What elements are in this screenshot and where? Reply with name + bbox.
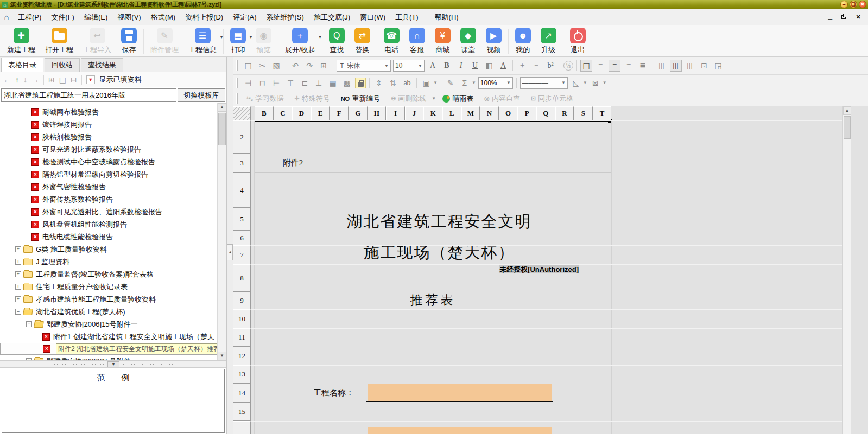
renumber-button[interactable]: NO重新编号 — [337, 94, 385, 104]
column-header-E[interactable]: E — [311, 106, 330, 120]
preview-button[interactable]: ◉预览 — [251, 27, 276, 55]
toolbar-grip[interactable] — [236, 60, 238, 71]
row-header-15[interactable]: 15 — [233, 403, 251, 421]
column-header-I[interactable]: I — [386, 106, 405, 120]
superscript-icon[interactable]: b² — [544, 60, 556, 72]
menu-item-施工交底(J)[interactable]: 施工交底(J) — [309, 13, 355, 21]
project-info-button[interactable]: ☰▾工程信息 — [183, 27, 221, 55]
row-header-12[interactable]: 12 — [233, 347, 251, 365]
row-spacing-icon[interactable]: ⇕ — [373, 77, 385, 89]
column-header-C[interactable]: C — [274, 106, 293, 120]
restore-button[interactable]: ❏ — [850, 1, 857, 8]
toolbar-grip[interactable] — [236, 78, 238, 88]
menu-item-系统维护(S)[interactable]: 系统维护(S) — [262, 13, 309, 21]
template-name-box[interactable]: 湖北省建筑工程施工统一用表2016年版 — [1, 88, 176, 102]
filter-funnel-icon[interactable]: ▼ — [86, 75, 95, 84]
row-header-4[interactable]: 4 — [233, 173, 251, 208]
nav-up-icon[interactable]: ↑ — [15, 75, 19, 84]
column-header-L[interactable]: L — [442, 106, 461, 120]
zoom-select[interactable]: 100%▼ — [478, 77, 513, 89]
sync-cells-button[interactable]: ⊡同步单元格 — [527, 94, 578, 104]
column-header-J[interactable]: J — [405, 106, 424, 120]
attachment-cell-right[interactable] — [331, 154, 611, 173]
font-color-icon[interactable]: A — [497, 60, 509, 72]
row-header-9[interactable]: 9 — [233, 292, 251, 309]
increase-font-icon[interactable]: ＋ — [516, 60, 528, 72]
mdi-close-button[interactable]: ✕ — [852, 12, 865, 23]
dropdown-caret-icon[interactable]: ▾ — [220, 35, 223, 40]
tree-item[interactable]: ×胶粘剂检验报告 — [0, 131, 226, 143]
tree-item[interactable]: ×检验测试中心中空玻璃露点检验报告 — [0, 156, 226, 168]
bold-icon[interactable]: B — [441, 60, 453, 72]
menu-item-格式(M)[interactable]: 格式(M) — [146, 13, 181, 21]
line-spacing-icon[interactable]: ⇅ — [387, 77, 399, 89]
shrink-text-icon[interactable]: ◲ — [712, 60, 724, 72]
collapse-icon[interactable]: − — [15, 309, 21, 315]
sum-icon[interactable]: Σ — [459, 77, 471, 89]
tree-folder[interactable]: −湖北省建筑优质工程(楚天杯) — [0, 305, 226, 318]
nav-down-icon[interactable]: ↓ — [23, 75, 27, 84]
close-button[interactable]: ✕ — [859, 1, 866, 8]
row-header-5[interactable]: 5 — [233, 208, 251, 231]
classroom-button[interactable]: ◆课堂 — [455, 27, 481, 55]
column-header-O[interactable]: O — [499, 106, 518, 120]
column-header-B[interactable]: B — [255, 106, 274, 120]
tree-folder[interactable]: +G类 施工质量验收资料 — [0, 243, 226, 256]
collapse-panel-icon[interactable]: ◂ — [227, 244, 233, 260]
align-right-icon[interactable]: ≡ — [623, 60, 635, 72]
lock-cells-icon[interactable] — [355, 78, 366, 88]
horizontal-splitter[interactable]: ▼ — [0, 360, 226, 368]
copy-icon[interactable]: ▤ — [242, 60, 254, 72]
tree-folder[interactable]: +住宅工程质量分户验收记录表 — [0, 280, 226, 293]
font-name-select[interactable]: Ｔ 宋体▼ — [337, 60, 391, 72]
menu-item-视图(V)[interactable]: 视图(V) — [112, 13, 145, 21]
column-header-H[interactable]: H — [368, 106, 387, 120]
formula-edit-icon[interactable]: ✎ — [445, 77, 457, 89]
row-header-7[interactable]: 7 — [233, 245, 251, 264]
align-justify-icon[interactable]: ▤ — [580, 60, 592, 72]
tree-item[interactable]: ×风机盘管机组性能检测报告 — [0, 218, 226, 231]
menu-item-评定(A)[interactable]: 评定(A) — [228, 13, 261, 21]
collapse-icon[interactable]: − — [26, 321, 32, 327]
switch-template-button[interactable]: 切换模板库 — [178, 88, 225, 102]
expand-collapse-button[interactable]: ＋▾展开/收起 — [280, 27, 320, 55]
replace-button[interactable]: ⇄替换 — [350, 27, 375, 55]
new-project-button[interactable]: ✚新建工程 — [2, 27, 40, 55]
paste-icon[interactable]: ▧ — [270, 60, 282, 72]
redo-icon[interactable]: ↷ — [303, 60, 315, 72]
chevron-down-icon[interactable]: ▼ — [432, 96, 436, 101]
add-table-icon[interactable]: ⊞ — [48, 75, 55, 84]
column-header-T[interactable]: T — [593, 106, 612, 120]
expand-icon[interactable]: + — [15, 246, 21, 252]
table-grid-icon[interactable]: ⊟ — [71, 75, 77, 84]
menu-item-资料上报(D)[interactable]: 资料上报(D) — [180, 13, 228, 21]
split-table-icon[interactable]: ▩ — [341, 77, 353, 89]
text-scale-icon[interactable]: ab — [401, 77, 413, 89]
line-style-select[interactable]: ————▼ — [520, 77, 568, 89]
doc-title-line2[interactable]: 施工现场（楚天杯） — [265, 240, 613, 264]
weather-report-button[interactable]: 晴雨表 — [438, 94, 478, 104]
row-header-3[interactable]: 3 — [233, 154, 251, 173]
tree-scroll-up-icon[interactable]: ▲ — [218, 103, 226, 112]
valign-left-icon[interactable]: ||| — [656, 60, 668, 72]
toolbar-grip[interactable] — [236, 93, 238, 104]
doc-title-line1[interactable]: 湖北省建筑工程安全文明 — [265, 209, 613, 233]
tree-item[interactable]: ×附件1 创建湖北省建筑工程安全文明施工现场（楚天 — [0, 330, 226, 343]
mdi-restore-button[interactable] — [838, 12, 851, 23]
split-cell-icon[interactable]: ⊏ — [299, 77, 311, 89]
decrease-font-icon[interactable]: － — [530, 60, 542, 72]
border-box-icon[interactable]: ⊠ — [590, 77, 601, 89]
column-header-M[interactable]: M — [461, 106, 480, 120]
font-dialog-icon[interactable]: A — [427, 60, 439, 72]
chevron-down-icon[interactable]: ▼ — [472, 80, 476, 85]
tree-item[interactable]: ×电线电缆性能检验报告 — [0, 231, 226, 243]
menu-item-帮助(H)[interactable]: 帮助(H) — [430, 13, 464, 21]
chevron-down-icon[interactable]: ▼ — [433, 80, 438, 85]
expand-icon[interactable]: + — [15, 271, 21, 277]
menu-item-文件(F)[interactable]: 文件(F) — [46, 13, 79, 21]
tab-表格目录[interactable]: 表格目录 — [1, 58, 43, 72]
headset-button[interactable]: ∩客服 — [404, 27, 430, 55]
video-play-button[interactable]: ▶视频 — [481, 27, 506, 55]
fill-color-icon[interactable]: ◧ — [483, 60, 495, 72]
tree-scroll-thumb[interactable] — [218, 113, 226, 145]
